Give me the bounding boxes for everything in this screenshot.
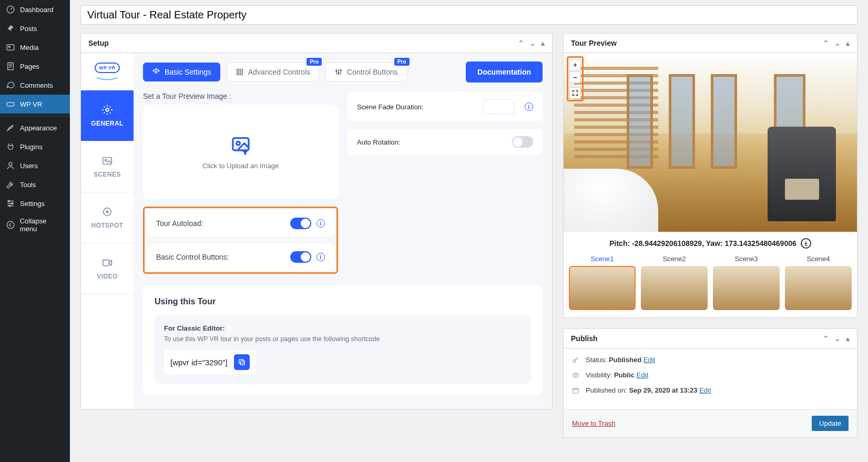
sidebar-item-label: Plugins: [20, 143, 43, 151]
svg-point-8: [9, 205, 11, 207]
svg-point-12: [105, 159, 107, 161]
svg-point-29: [575, 374, 577, 376]
visibility-value: Public: [614, 371, 635, 379]
update-button[interactable]: Update: [812, 416, 849, 431]
vert-tab-label: SCENES: [94, 171, 121, 178]
sidebar-item-plugins[interactable]: Plugins: [0, 137, 70, 156]
scene-label: Scene4: [785, 255, 852, 263]
logo-tab: WP VR: [81, 53, 134, 90]
panorama-preview[interactable]: + −: [564, 53, 857, 232]
info-icon[interactable]: i: [525, 102, 533, 111]
edit-visibility-link[interactable]: Edit: [637, 371, 648, 379]
tab-advanced-controls[interactable]: Advanced Controls Pro: [227, 63, 319, 81]
sidebar-item-collapse[interactable]: Collapse menu: [0, 213, 70, 237]
tab-label: Basic Settings: [165, 68, 211, 76]
edit-status-link[interactable]: Edit: [644, 356, 655, 364]
upload-text: Click to Upload an Image: [202, 162, 279, 170]
collapse-icon: [5, 220, 16, 230]
caret-up-icon[interactable]: ▴: [846, 39, 850, 47]
sidebar-item-media[interactable]: Media: [0, 38, 70, 57]
vert-tab-video[interactable]: VIDEO: [81, 243, 134, 294]
chevron-down-icon[interactable]: ⌄: [834, 334, 841, 343]
caret-up-icon[interactable]: ▴: [846, 334, 850, 343]
sidebar-item-settings[interactable]: Settings: [0, 194, 70, 213]
sidebar-item-comments[interactable]: Comments: [0, 76, 70, 95]
svg-point-2: [8, 46, 10, 48]
post-title-input[interactable]: [80, 5, 857, 25]
published-value: Sep 29, 2020 at 13:23: [629, 386, 697, 394]
upload-preview-image[interactable]: Click to Upload an Image: [143, 105, 338, 199]
auto-rotation-toggle[interactable]: [512, 136, 533, 148]
svg-point-7: [12, 203, 13, 204]
preview-image-label: Set a Tour Preview Image :: [143, 92, 338, 100]
svg-point-16: [155, 71, 157, 73]
vert-tab-scenes[interactable]: SCENES: [81, 141, 134, 192]
video-icon: [101, 257, 113, 269]
svg-point-5: [9, 162, 12, 166]
basic-control-toggle[interactable]: [290, 251, 311, 263]
sidebar-item-wpvr[interactable]: WP VR: [0, 95, 70, 114]
general-panel: Basic Settings Advanced Controls Pro Con…: [134, 53, 552, 409]
sliders-icon: [334, 68, 343, 76]
pitch-value: -28.94429206108929: [632, 239, 702, 248]
info-icon[interactable]: i: [316, 253, 325, 261]
brush-icon: [5, 122, 16, 133]
chevron-up-icon[interactable]: ⌃: [823, 39, 829, 47]
chevron-down-icon[interactable]: ⌄: [529, 39, 536, 47]
zoom-out-button[interactable]: −: [569, 71, 581, 83]
plug-icon: [5, 141, 16, 152]
wrench-icon: [5, 179, 16, 190]
pitch-label: Pitch:: [609, 239, 632, 248]
tab-control-buttons[interactable]: Control Buttons Pro: [325, 63, 407, 81]
documentation-button[interactable]: Documentation: [466, 61, 543, 83]
scene-thumb-1[interactable]: Scene1: [569, 255, 636, 310]
copy-button[interactable]: [234, 354, 250, 370]
svg-point-14: [106, 211, 108, 213]
classic-editor-title: For Classic Editor:: [164, 324, 522, 332]
move-to-trash-link[interactable]: Move to Trash: [572, 419, 615, 427]
chevron-up-icon[interactable]: ⌃: [518, 39, 524, 47]
tab-basic-settings[interactable]: Basic Settings: [143, 63, 220, 81]
sidebar-item-posts[interactable]: Posts: [0, 19, 70, 38]
sidebar-item-label: Comments: [20, 81, 53, 89]
autoload-row: Tour Autoload: i: [147, 210, 334, 237]
scene-thumb-2[interactable]: Scene2: [641, 255, 708, 310]
sidebar-item-tools[interactable]: Tools: [0, 175, 70, 194]
fullscreen-button[interactable]: [569, 87, 581, 99]
scene-thumb-3[interactable]: Scene3: [713, 255, 780, 310]
vert-tab-general[interactable]: GENERAL: [81, 90, 134, 141]
svg-rect-26: [240, 361, 244, 365]
sidebar-item-label: WP VR: [20, 100, 42, 108]
published-label: Published on:: [586, 386, 629, 394]
scene-label: Scene1: [569, 255, 636, 263]
edit-published-link[interactable]: Edit: [699, 386, 711, 394]
svg-rect-17: [237, 69, 239, 71]
status-label: Status:: [586, 356, 609, 364]
vert-tab-hotspot[interactable]: HOTSPOT: [81, 192, 134, 243]
sidebar-item-dashboard[interactable]: Dashboard: [0, 0, 70, 19]
zoom-in-button[interactable]: +: [569, 59, 581, 70]
vert-tab-label: GENERAL: [91, 120, 123, 127]
scene-label: Scene2: [641, 255, 708, 263]
autoload-toggle[interactable]: [290, 218, 311, 229]
sidebar-item-users[interactable]: Users: [0, 156, 70, 175]
sidebar-item-label: Dashboard: [20, 6, 54, 14]
pro-badge: Pro: [394, 58, 410, 66]
sidebar-item-pages[interactable]: Pages: [0, 57, 70, 76]
sidebar-item-appearance[interactable]: Appearance: [0, 116, 70, 137]
chevron-down-icon[interactable]: ⌄: [834, 39, 841, 47]
download-icon[interactable]: [801, 238, 811, 249]
scene-thumb-4[interactable]: Scene4: [785, 255, 852, 310]
tour-preview-heading: Tour Preview: [571, 39, 617, 47]
svg-rect-1: [7, 45, 14, 50]
caret-up-icon[interactable]: ▴: [541, 39, 545, 47]
fade-duration-input[interactable]: [483, 99, 514, 114]
svg-rect-4: [7, 102, 14, 106]
yaw-value: 173.14325480469006: [724, 239, 796, 248]
info-icon[interactable]: i: [316, 219, 325, 228]
tab-label: Control Buttons: [347, 68, 398, 76]
svg-rect-11: [103, 158, 112, 165]
svg-rect-27: [239, 360, 243, 364]
vert-tab-label: VIDEO: [97, 273, 117, 280]
chevron-up-icon[interactable]: ⌃: [823, 334, 829, 343]
